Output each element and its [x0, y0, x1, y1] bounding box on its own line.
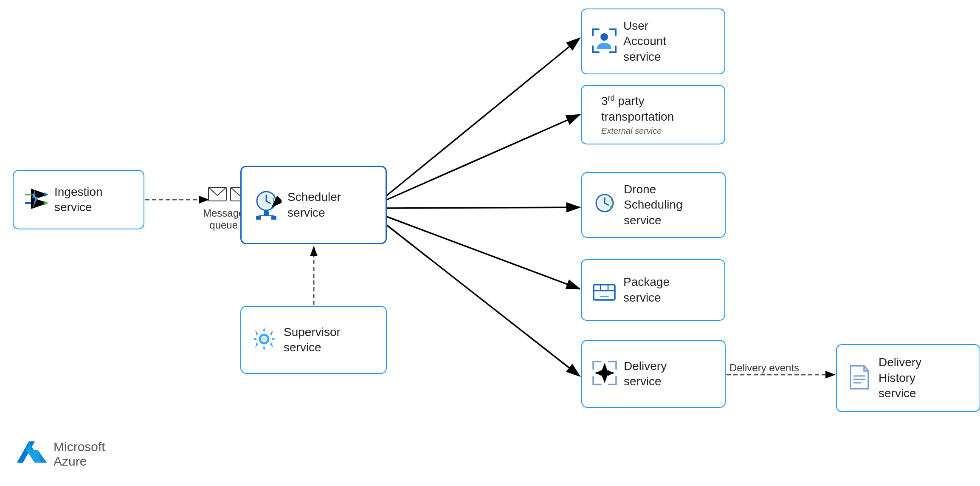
package-service-label: Packageservice	[623, 274, 670, 305]
drone-scheduling-service-label: DroneSchedulingservice	[624, 182, 683, 228]
svg-rect-21	[256, 216, 261, 220]
delivery-history-service-label: DeliveryHistoryservice	[879, 355, 921, 401]
drone-scheduling-icon	[591, 191, 618, 219]
svg-marker-15	[32, 189, 38, 208]
message-queue-label: Messagequeue	[203, 207, 244, 231]
svg-line-7	[387, 225, 580, 376]
azure-logo-icon	[17, 439, 47, 469]
ingestion-service-box: Ingestionservice	[13, 170, 144, 229]
arrows-layer	[0, 0, 980, 486]
delivery-service-label: Deliveryservice	[624, 359, 667, 390]
user-account-service-label: UserAccountservice	[623, 18, 666, 65]
third-party-icon	[591, 111, 595, 119]
svg-line-5	[387, 207, 580, 208]
svg-line-24	[266, 215, 274, 216]
svg-line-23	[259, 215, 266, 216]
svg-rect-36	[600, 285, 608, 291]
scheduler-service-label: Schedulerservice	[287, 189, 341, 220]
svg-point-27	[262, 336, 267, 342]
delivery-icon	[591, 360, 618, 388]
package-service-box: Packageservice	[581, 259, 725, 321]
delivery-history-service-box: DeliveryHistoryservice	[836, 344, 980, 412]
envelope-icon-1	[208, 187, 227, 201]
supervisor-service-box: Supervisorservice	[240, 306, 387, 374]
supervisor-icon	[251, 325, 278, 354]
svg-line-3	[387, 38, 580, 195]
delivery-history-icon	[846, 364, 873, 392]
third-party-service-label: 3rd partytransportation	[601, 93, 674, 124]
svg-rect-34	[594, 285, 615, 300]
ingestion-icon	[23, 186, 48, 213]
scheduler-service-box: Schedulerservice	[240, 166, 387, 244]
delivery-service-box: Deliveryservice	[581, 340, 726, 408]
external-service-label: External service	[601, 126, 674, 136]
azure-logo: Microsoft Azure	[17, 439, 105, 469]
svg-marker-13	[44, 192, 48, 197]
third-party-service-box: 3rd partytransportation External service	[581, 85, 725, 144]
supervisor-service-label: Supervisorservice	[284, 325, 341, 356]
ingestion-service-label: Ingestionservice	[54, 184, 103, 215]
svg-line-4	[387, 115, 580, 200]
svg-rect-22	[271, 216, 276, 220]
user-account-service-box: UserAccountservice	[581, 8, 725, 74]
azure-text: Microsoft Azure	[54, 440, 105, 469]
svg-point-28	[600, 33, 608, 41]
svg-line-6	[387, 217, 580, 289]
svg-marker-14	[44, 201, 48, 205]
scheduler-icon	[251, 189, 282, 221]
package-icon	[591, 276, 617, 304]
delivery-events-label: Delivery events	[729, 362, 799, 374]
user-account-icon	[591, 28, 617, 56]
drone-scheduling-service-box: DroneSchedulingservice	[581, 172, 726, 238]
diagram-container: Messagequeue Ingestionservice	[0, 0, 980, 486]
